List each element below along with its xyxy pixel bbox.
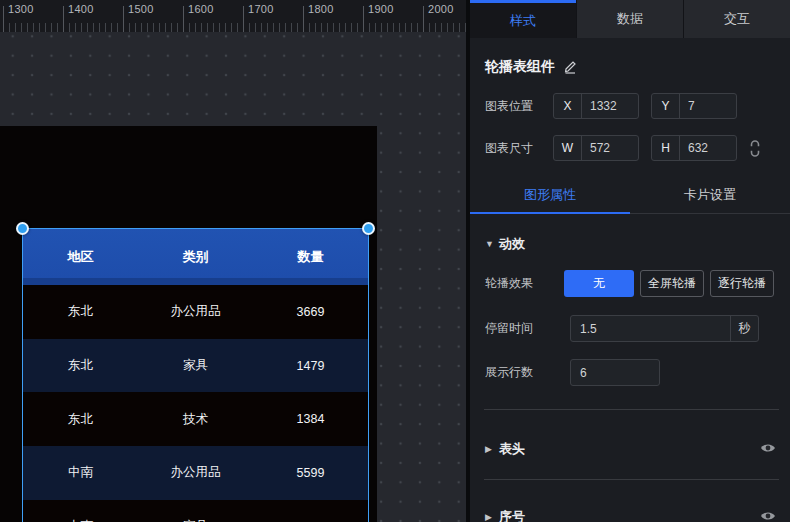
carousel-effect-label: 轮播效果 xyxy=(485,275,564,292)
y-tag: Y xyxy=(652,94,680,118)
ruler-tick-label: 1800 xyxy=(308,3,334,15)
dwell-time-unit: 秒 xyxy=(730,316,758,341)
chart-position-row: 图表位置 X Y xyxy=(470,93,790,119)
y-input[interactable] xyxy=(680,94,736,118)
table-header-row: 地区 类别 数量 xyxy=(23,229,368,285)
chevron-right-icon: ▶ xyxy=(485,444,499,454)
dwell-time-label: 停留时间 xyxy=(485,320,564,337)
table-cell: 技术 xyxy=(138,411,253,428)
table-cell: 3669 xyxy=(253,305,368,319)
carousel-table-widget[interactable]: 地区 类别 数量 东北 办公用品 3669 东北 家具 1479 东北 技术 xyxy=(22,228,369,522)
y-position-field[interactable]: Y xyxy=(651,93,737,119)
horizontal-ruler: 1300 1400 1500 1600 1700 1800 1900 2000 xyxy=(0,0,466,32)
table-row: 东北 技术 1384 xyxy=(23,392,368,446)
effect-fullscreen-button[interactable]: 全屏轮播 xyxy=(640,270,704,297)
carousel-effect-row: 轮播效果 无 全屏轮播 逐行轮播 xyxy=(470,270,790,297)
table-header-section[interactable]: ▶ 表头 xyxy=(470,440,790,457)
width-field[interactable]: W xyxy=(553,135,639,161)
panel-subtabs: 图形属性 卡片设置 xyxy=(470,176,790,214)
tab-data[interactable]: 数据 xyxy=(576,0,683,38)
ruler-tick-label: 1400 xyxy=(68,3,94,15)
ruler-tick-label: 1600 xyxy=(188,3,214,15)
component-title: 轮播表组件 xyxy=(485,58,555,76)
dwell-time-input[interactable] xyxy=(571,316,730,341)
rows-shown-input[interactable] xyxy=(571,360,659,385)
resize-handle-top-right[interactable] xyxy=(362,222,375,235)
visibility-toggle eye-icon[interactable] xyxy=(760,510,776,522)
animation-section-header[interactable]: ▼ 动效 xyxy=(470,235,790,252)
table-cell: 中南 xyxy=(23,464,138,481)
dwell-time-row: 停留时间 秒 xyxy=(470,315,790,342)
height-input[interactable] xyxy=(680,136,736,160)
rows-shown-label: 展示行数 xyxy=(485,364,564,381)
table-header-cell: 类别 xyxy=(138,248,253,266)
table-row: 东北 家具 1479 xyxy=(23,339,368,393)
height-field[interactable]: H xyxy=(651,135,737,161)
edit-name-icon pencil-icon[interactable] xyxy=(563,60,577,74)
row-number-section[interactable]: ▶ 序号 xyxy=(470,508,790,522)
width-input[interactable] xyxy=(582,136,638,160)
aspect-ratio-link-icon chain-link-icon[interactable] xyxy=(749,139,761,158)
component-title-row: 轮播表组件 xyxy=(485,57,790,77)
chevron-right-icon: ▶ xyxy=(485,512,499,522)
rows-shown-field[interactable] xyxy=(570,359,660,386)
panel-tabbar: 样式 数据 交互 xyxy=(470,0,790,38)
table-cell: 家具 xyxy=(138,518,253,522)
dashboard-screen[interactable]: 地区 类别 数量 东北 办公用品 3669 东北 家具 1479 东北 技术 xyxy=(0,126,377,522)
ruler-tick-label: 1900 xyxy=(368,3,394,15)
chart-size-label: 图表尺寸 xyxy=(485,140,553,157)
chevron-down-icon: ▼ xyxy=(485,239,499,249)
x-input[interactable] xyxy=(582,94,638,118)
animation-section-title: 动效 xyxy=(499,235,525,253)
dwell-time-field[interactable]: 秒 xyxy=(570,315,759,342)
ruler-tick-label: 1700 xyxy=(248,3,274,15)
table-cell: 东北 xyxy=(23,303,138,320)
table-cell: 办公用品 xyxy=(138,303,253,320)
section-divider xyxy=(484,409,779,410)
table-cell: 中南 xyxy=(23,518,138,522)
table-row: 中南 办公用品 5599 xyxy=(23,446,368,500)
visibility-toggle eye-icon[interactable] xyxy=(760,442,776,454)
resize-handle-top-left[interactable] xyxy=(16,222,29,235)
table-row: 东北 办公用品 3669 xyxy=(23,285,368,339)
table-header-cell: 地区 xyxy=(23,248,138,266)
table-row: 中南 家具 2035 xyxy=(23,500,368,522)
row-number-section-title: 序号 xyxy=(499,508,525,522)
table-cell: 东北 xyxy=(23,357,138,374)
properties-panel: 样式 数据 交互 轮播表组件 图表位置 X Y xyxy=(470,0,790,522)
tab-interaction[interactable]: 交互 xyxy=(683,0,790,38)
ruler-tick-label: 1500 xyxy=(128,3,154,15)
ruler-tick-label: 1300 xyxy=(8,3,34,15)
app-window: 1300 1400 1500 1600 1700 1800 1900 2000 … xyxy=(0,0,790,522)
table-cell: 1479 xyxy=(253,359,368,373)
ruler-tick-label: 2000 xyxy=(428,3,454,15)
chart-position-label: 图表位置 xyxy=(485,98,553,115)
subtab-card-settings[interactable]: 卡片设置 xyxy=(630,176,790,213)
design-canvas[interactable]: 地区 类别 数量 东北 办公用品 3669 东北 家具 1479 东北 技术 xyxy=(0,32,466,522)
table-header-cell: 数量 xyxy=(253,248,368,266)
table-cell: 1384 xyxy=(253,412,368,426)
table-cell: 东北 xyxy=(23,411,138,428)
h-tag: H xyxy=(652,136,680,160)
effect-row-by-row-button[interactable]: 逐行轮播 xyxy=(710,270,774,297)
w-tag: W xyxy=(554,136,582,160)
subtab-graphic-properties[interactable]: 图形属性 xyxy=(470,176,630,213)
chart-size-row: 图表尺寸 W H xyxy=(470,135,790,161)
section-divider xyxy=(484,479,779,480)
tab-style[interactable]: 样式 xyxy=(470,0,576,38)
x-tag: X xyxy=(554,94,582,118)
table-header-section-title: 表头 xyxy=(499,440,525,458)
table-cell: 家具 xyxy=(138,357,253,374)
table-cell: 办公用品 xyxy=(138,464,253,481)
x-position-field[interactable]: X xyxy=(553,93,639,119)
table-cell: 5599 xyxy=(253,466,368,480)
rows-shown-row: 展示行数 xyxy=(470,359,790,386)
effect-none-button[interactable]: 无 xyxy=(564,270,634,297)
